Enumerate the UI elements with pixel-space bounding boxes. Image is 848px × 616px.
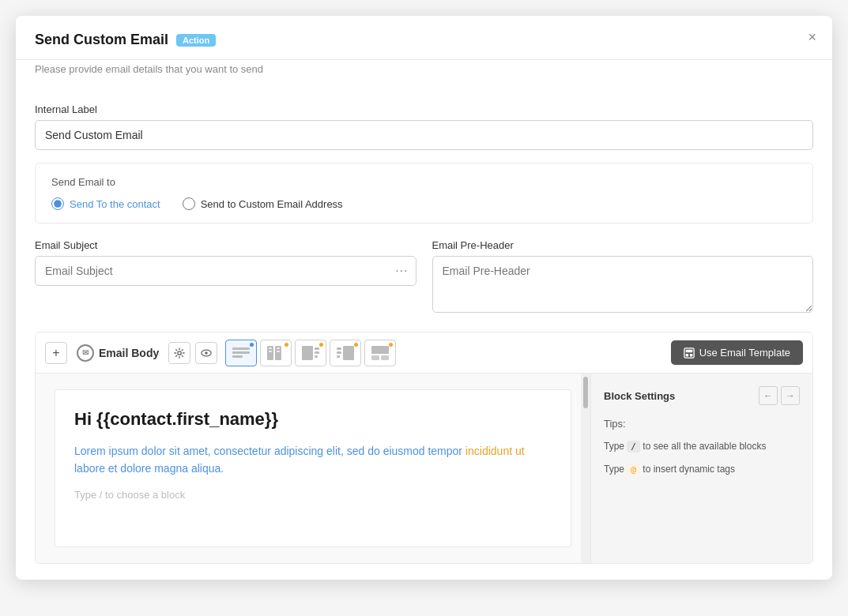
tip2-prefix: Type: [604, 464, 627, 475]
layout-buttons-group: [225, 340, 396, 366]
svg-rect-6: [690, 353, 693, 356]
nav-back-button[interactable]: ←: [759, 386, 778, 405]
layout-btn-5[interactable]: [364, 340, 396, 366]
radio-group: Send To the contact Send to Custom Email…: [51, 197, 797, 210]
tip2-suffix: to insert dynamic tags: [640, 464, 735, 475]
tip1-suffix: to see all the available blocks: [640, 441, 766, 452]
email-body-content: Hi {{contact.first_name}} Lorem ipsum do…: [36, 374, 812, 563]
close-button[interactable]: ×: [808, 30, 816, 44]
block-settings-panel: Block Settings ← → Tips: Type / to see a…: [591, 374, 812, 563]
editor-body-text: Lorem ipsum dolor sit amet, consectetur …: [74, 442, 552, 478]
eye-icon-btn[interactable]: [195, 342, 217, 364]
email-subject-label: Email Subject: [35, 239, 416, 251]
layout-2-icon: [267, 346, 285, 360]
svg-rect-4: [685, 349, 692, 352]
editor-content-area[interactable]: Hi {{contact.first_name}} Lorem ipsum do…: [55, 389, 571, 547]
layout-1-dot: [250, 343, 254, 347]
action-badge: Action: [176, 34, 216, 47]
email-body-label: Email Body: [99, 347, 159, 359]
layout-4-icon: [337, 346, 354, 360]
layout-btn-4[interactable]: [330, 340, 361, 366]
layout-5-icon: [371, 346, 389, 360]
send-email-label: Send Email to: [51, 176, 797, 188]
nav-forward-button[interactable]: →: [781, 386, 800, 405]
svg-point-2: [205, 351, 209, 355]
radio-contact-label: Send To the contact: [70, 198, 160, 210]
radio-custom-label: Send to Custom Email Address: [201, 198, 343, 210]
internal-label-label: Internal Label: [35, 103, 813, 115]
modal-header: Send Custom Email Action ×: [16, 16, 832, 60]
layout-btn-2[interactable]: [260, 340, 292, 366]
email-editor[interactable]: Hi {{contact.first_name}} Lorem ipsum do…: [36, 374, 591, 563]
internal-label-field: Internal Label: [35, 103, 813, 150]
eye-icon: [201, 347, 212, 359]
template-icon: [684, 347, 695, 359]
use-email-template-button[interactable]: Use Email Template: [671, 340, 803, 365]
send-email-section: Send Email to Send To the contact Send t…: [35, 163, 813, 223]
email-preheader-field: Email Pre-Header: [432, 239, 814, 316]
editor-greeting: Hi {{contact.first_name}}: [74, 409, 552, 430]
email-preheader-input[interactable]: [432, 256, 814, 313]
layout-1-icon: [232, 347, 250, 358]
email-fields-row: Email Subject ··· Email Pre-Header: [35, 239, 813, 316]
send-custom-email-modal: Send Custom Email Action × Please provid…: [16, 16, 832, 580]
add-block-button[interactable]: +: [45, 342, 67, 364]
email-subject-dots-button[interactable]: ···: [395, 264, 408, 278]
internal-label-input[interactable]: [35, 120, 813, 150]
layout-3-icon: [302, 346, 319, 360]
svg-point-0: [178, 351, 181, 354]
tip-2: Type @ to insert dynamic tags: [604, 462, 800, 477]
editor-scrollbar[interactable]: [581, 374, 590, 563]
block-settings-title: Block Settings: [604, 390, 675, 402]
modal-subtitle: Please provide email details that you wa…: [16, 60, 832, 88]
radio-send-to-contact[interactable]: Send To the contact: [51, 197, 160, 210]
email-subject-input[interactable]: [35, 256, 416, 286]
tip1-prefix: Type: [604, 441, 627, 452]
tips-label: Tips:: [604, 418, 800, 430]
use-template-label: Use Email Template: [699, 347, 790, 359]
radio-custom-input[interactable]: [183, 197, 195, 210]
layout-3-dot: [319, 343, 323, 347]
tip-1: Type / to see all the available blocks: [604, 439, 800, 454]
plus-icon: +: [52, 346, 59, 360]
email-preheader-label: Email Pre-Header: [432, 239, 814, 251]
tip1-code: /: [627, 441, 640, 453]
settings-icon-btn[interactable]: [168, 342, 190, 364]
modal-title: Send Custom Email: [35, 32, 168, 48]
editor-text-orange: incididunt ut: [465, 445, 525, 457]
radio-custom-email[interactable]: Send to Custom Email Address: [183, 197, 343, 210]
email-body-section: + ✉ Email Body: [35, 332, 813, 564]
email-subject-wrapper: ···: [35, 256, 416, 286]
editor-text-blue: Lorem ipsum dolor sit amet, consectetur …: [74, 445, 465, 457]
email-body-icon: ✉: [77, 344, 94, 362]
nav-arrows-group: ← →: [759, 386, 800, 405]
layout-5-dot: [389, 343, 393, 347]
editor-text-blue2: labore et dolore magna aliqua.: [74, 462, 224, 475]
svg-rect-5: [685, 353, 688, 356]
modal-body: Internal Label Send Email to Send To the…: [16, 88, 832, 580]
layout-btn-1[interactable]: [225, 340, 257, 366]
scroll-thumb: [583, 377, 588, 408]
layout-4-dot: [354, 343, 358, 347]
email-subject-field: Email Subject ···: [35, 239, 416, 316]
email-body-toolbar: + ✉ Email Body: [36, 332, 812, 374]
block-settings-header: Block Settings ← →: [604, 386, 800, 405]
layout-btn-3[interactable]: [295, 340, 326, 366]
radio-contact-input[interactable]: [51, 197, 64, 210]
tip2-code: @: [627, 464, 640, 475]
email-body-title-group: ✉ Email Body: [77, 344, 159, 362]
layout-2-dot: [285, 343, 288, 347]
gear-icon: [174, 347, 185, 359]
editor-placeholder: Type / to choose a block: [74, 489, 552, 501]
